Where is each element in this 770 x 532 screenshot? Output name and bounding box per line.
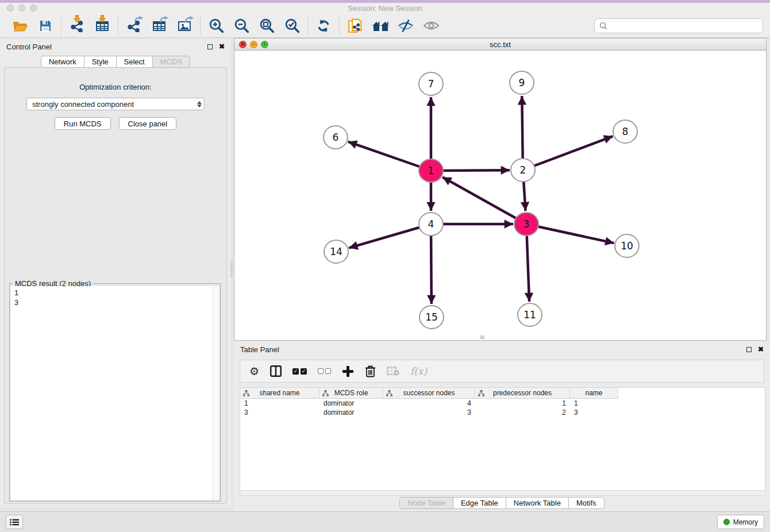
graph-node-4[interactable]: 4 — [419, 213, 443, 236]
float-panel-icon[interactable] — [746, 347, 752, 352]
tab-network-table[interactable]: Network Table — [506, 497, 568, 509]
select-all-columns-button[interactable]: ✓✓ — [292, 368, 307, 375]
close-panel-icon[interactable]: ✖ — [758, 346, 764, 353]
result-scrollbar[interactable] — [213, 286, 219, 500]
network-close-button[interactable]: ✕ — [239, 41, 247, 48]
tab-edge-table[interactable]: Edge Table — [453, 497, 506, 509]
table-cell[interactable]: 3 — [240, 408, 319, 417]
column-header-predecessor-nodes[interactable]: predecessor nodes — [475, 388, 570, 399]
table-horizontal-scrollbar[interactable] — [240, 490, 765, 496]
function-builder-button[interactable]: f(x) — [410, 365, 427, 377]
window-traffic-lights[interactable] — [7, 5, 37, 11]
edge-3-1[interactable] — [442, 177, 526, 224]
table-row[interactable]: 3dominator323 — [240, 408, 765, 417]
minimize-window-button[interactable] — [18, 5, 25, 11]
table-cell[interactable]: dominator — [319, 399, 383, 408]
zoom-selected-button[interactable] — [282, 16, 302, 36]
export-table-button[interactable] — [149, 16, 170, 36]
table-cell[interactable]: 1 — [570, 399, 618, 408]
table-cell[interactable]: 3 — [383, 408, 475, 417]
network-minimize-button[interactable]: − — [250, 41, 257, 48]
node-label: 1 — [428, 165, 434, 176]
split-pane-divider[interactable] — [230, 261, 233, 276]
edge-1-6[interactable] — [348, 142, 431, 171]
table-row[interactable]: 1dominator411 — [240, 399, 765, 408]
home-networks-button[interactable] — [370, 16, 391, 36]
plus-icon — [342, 365, 354, 377]
graph-node-10[interactable]: 10 — [615, 234, 639, 257]
zoom-in-button[interactable] — [206, 16, 226, 36]
graph-node-6[interactable]: 6 — [324, 126, 348, 149]
zoom-selected-icon — [284, 18, 300, 33]
close-window-button[interactable] — [7, 5, 14, 11]
node-label: 15 — [425, 311, 438, 323]
network-canvas[interactable]: 1234678910111415 — [234, 51, 766, 340]
column-header-successor-nodes[interactable]: successor nodes — [383, 388, 475, 399]
table-cell[interactable]: 2 — [475, 408, 570, 417]
graph-node-2[interactable]: 2 — [511, 159, 535, 182]
table-cell[interactable]: 3 — [570, 408, 618, 417]
zoom-fit-button[interactable] — [256, 16, 277, 36]
optimization-criterion-select[interactable]: strongly connected component — [26, 98, 205, 110]
task-history-button[interactable] — [6, 515, 23, 529]
table-settings-button[interactable]: ⚙ — [249, 366, 259, 377]
close-panel-icon[interactable]: ✖ — [219, 43, 225, 50]
mcds-result-area[interactable]: 1 3 — [11, 286, 219, 500]
graph-node-8[interactable]: 8 — [613, 120, 637, 143]
table-cell[interactable]: dominator — [319, 408, 383, 417]
export-image-button[interactable] — [174, 16, 195, 36]
graph-node-9[interactable]: 9 — [510, 71, 534, 94]
search-box[interactable] — [594, 18, 763, 33]
import-network-button[interactable] — [67, 16, 87, 36]
tab-network[interactable]: Network — [41, 56, 84, 68]
column-header-shared-name[interactable]: shared name — [240, 388, 319, 399]
tab-mcds[interactable]: MCDS — [152, 56, 190, 68]
select-stepper-icon — [197, 101, 202, 107]
open-session-button[interactable] — [10, 16, 30, 36]
unselect-all-columns-button[interactable] — [318, 368, 331, 374]
import-table-button[interactable] — [92, 16, 113, 36]
memory-button[interactable]: Memory — [717, 515, 764, 529]
tab-style[interactable]: Style — [84, 56, 116, 68]
add-column-button[interactable] — [342, 365, 354, 377]
export-network-button[interactable] — [124, 16, 144, 36]
hide-selected-button[interactable] — [395, 16, 416, 36]
network-window-titlebar[interactable]: ✕ − + scc.txt — [234, 38, 766, 51]
tab-node-table[interactable]: Node Table — [399, 497, 453, 509]
tab-motifs[interactable]: Motifs — [568, 497, 605, 509]
network-file-button[interactable] — [345, 16, 365, 36]
table-cell[interactable]: 1 — [475, 399, 570, 408]
node-label: 7 — [428, 78, 434, 90]
edge-2-8[interactable] — [523, 136, 613, 170]
graph-node-14[interactable]: 14 — [324, 240, 348, 263]
graph-node-15[interactable]: 15 — [419, 306, 444, 329]
column-header-MCDS-role[interactable]: MCDS role — [319, 388, 383, 399]
delete-columns-button[interactable] — [365, 365, 376, 377]
maximize-window-button[interactable] — [30, 5, 37, 11]
save-session-button[interactable] — [35, 16, 56, 36]
unchecked-boxes-icon — [318, 368, 331, 374]
graph-node-7[interactable]: 7 — [419, 72, 443, 95]
delete-table-button[interactable] — [387, 367, 399, 376]
tab-select[interactable]: Select — [116, 56, 152, 68]
graph-node-3[interactable]: 3 — [514, 213, 538, 236]
edge-3-10[interactable] — [526, 224, 614, 243]
column-header-name[interactable]: name — [570, 388, 618, 399]
table-cell[interactable]: 4 — [383, 399, 475, 408]
refresh-button[interactable] — [313, 16, 334, 36]
show-columns-button[interactable] — [270, 365, 282, 377]
edge-4-14[interactable] — [349, 224, 431, 248]
table-cell[interactable]: 1 — [240, 399, 319, 408]
network-maximize-button[interactable]: + — [261, 41, 268, 48]
close-panel-button[interactable]: Close panel — [119, 117, 177, 130]
node-table[interactable]: shared nameMCDS rolesuccessor nodesprede… — [240, 387, 765, 490]
node-label: 10 — [621, 240, 633, 252]
canvas-resize-grip[interactable] — [480, 336, 484, 339]
graph-node-11[interactable]: 11 — [518, 303, 542, 326]
search-input[interactable] — [611, 21, 758, 30]
zoom-out-button[interactable] — [231, 16, 252, 36]
graph-node-1[interactable]: 1 — [419, 159, 443, 182]
show-all-button[interactable] — [421, 16, 441, 36]
float-panel-icon[interactable] — [207, 44, 213, 49]
run-mcds-button[interactable]: Run MCDS — [55, 117, 111, 130]
